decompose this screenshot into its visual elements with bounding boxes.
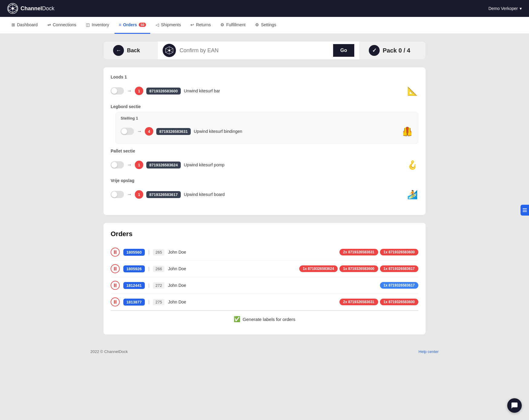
sub-section-stelling1: Stelling 1 → 4 8719326583631 Upwind kite… — [115, 112, 418, 144]
item-name: Unwind kitesurf bar — [184, 88, 403, 93]
svg-line-14 — [170, 51, 173, 53]
item-row: → 4 8719326583631 Upwind kitesurf bindin… — [121, 123, 413, 140]
svg-line-15 — [166, 51, 168, 53]
shipments-icon: ◁ — [156, 22, 159, 27]
user-name: Demo Verkoper — [488, 6, 518, 11]
order-customer: John Doe — [168, 283, 376, 288]
go-button[interactable]: Go — [333, 44, 354, 57]
orders-card: Orders 1805560 | 265 John Doe 2x 8719326… — [103, 223, 426, 335]
toggle-legbord-item1[interactable] — [121, 128, 134, 135]
order-tags: 1x 8719326583617 — [380, 282, 418, 289]
order-row-1813877: 1813877 | 275 John Doe 2x 8719326583631 … — [111, 294, 418, 310]
location-label-loods1: Loods 1 — [111, 75, 418, 79]
order-tag: 1x 8719326583600 — [380, 249, 418, 255]
nav-label-dashboard: Dashboard — [17, 22, 38, 27]
nav-item-fulfillment[interactable]: ⚙ Fulfillment — [216, 17, 250, 34]
pack-check-icon: ✓ — [369, 45, 380, 56]
user-menu[interactable]: Demo Verkoper ▾ — [488, 6, 522, 11]
item-row: → 1 8719326583617 Upwind kitesurf board … — [111, 186, 418, 203]
nav-item-orders[interactable]: ≡ Orders 50 — [115, 17, 150, 34]
order-tag: 2x 8719326583631 — [339, 299, 378, 305]
pause-icon — [111, 264, 120, 273]
back-circle-icon: ← — [113, 45, 124, 56]
order-customer: John Doe — [168, 300, 336, 304]
order-tag: 1x 8719326583600 — [380, 299, 418, 305]
order-separator: | — [148, 300, 150, 304]
order-separator: | — [148, 250, 150, 255]
sidebar-handle[interactable] — [521, 205, 529, 216]
order-separator: | — [148, 283, 150, 288]
toggle-pallet-item1[interactable] — [111, 161, 124, 168]
footer: 2022 © ChannelDock Help center — [83, 342, 446, 361]
chat-button[interactable] — [507, 398, 522, 413]
inventory-icon: ◫ — [86, 22, 90, 27]
count-badge: 4 — [145, 127, 153, 136]
count-badge: 1 — [135, 87, 143, 95]
footer-help[interactable]: Help center — [419, 349, 439, 354]
arrow-icon: → — [127, 192, 132, 197]
pause-icon — [111, 281, 120, 290]
ean-input[interactable] — [180, 47, 329, 54]
order-id-badge: 1805926 — [123, 265, 145, 272]
ean-section: Go — [158, 41, 359, 59]
order-sub-id: 266 — [153, 266, 164, 272]
pause-icon — [111, 297, 120, 306]
nav-label-settings: Settings — [261, 22, 276, 27]
item-icon: 📐 — [406, 85, 418, 97]
item-row: → 1 8719326583624 Upwind kitesurf pomp 🪝 — [111, 156, 418, 173]
back-button[interactable]: ← Back — [103, 41, 158, 59]
order-sub-id: 272 — [153, 282, 164, 289]
nav-item-dashboard[interactable]: ⊞ Dashboard — [7, 17, 42, 34]
order-tag: 1x 8719326583617 — [380, 265, 418, 272]
ean-logo — [163, 44, 176, 57]
connections-icon: ⇌ — [47, 22, 51, 27]
pack-section: ✓ Pack 0 / 4 — [359, 41, 426, 59]
count-badge: 1 — [135, 190, 143, 199]
nav-item-settings[interactable]: ⚙ Settings — [251, 17, 281, 34]
sections-card: Loods 1 → 1 8719326583600 Unwind kitesur… — [103, 67, 426, 215]
toggle-loods1-item1[interactable] — [111, 87, 124, 95]
check-circle-icon: ✅ — [234, 316, 240, 322]
menu-line-1 — [523, 208, 527, 209]
order-tags: 2x 8719326583631 1x 8719326583600 — [339, 249, 418, 255]
order-row-1805560: 1805560 | 265 John Doe 2x 8719326583631 … — [111, 244, 418, 261]
main-content: ← Back Go ✓ Pack 0 / 4 — [98, 34, 431, 342]
nav-label-inventory: Inventory — [92, 22, 109, 27]
order-separator: | — [148, 266, 150, 271]
menu-line-3 — [523, 211, 527, 212]
nav-item-returns[interactable]: ↩ Returns — [186, 17, 215, 34]
svg-line-6 — [14, 9, 17, 10]
nav-bar: ⊞ Dashboard ⇌ Connections ◫ Inventory ≡ … — [0, 17, 529, 34]
footer-copyright: 2022 © ChannelDock — [90, 349, 128, 354]
order-id-badge: 1812441 — [123, 282, 145, 289]
order-row-1812441: 1812441 | 272 John Doe 1x 8719326583617 — [111, 277, 418, 294]
orders-title: Orders — [111, 230, 418, 238]
action-bar: ← Back Go ✓ Pack 0 / 4 — [103, 41, 426, 60]
order-tag: 1x 8719326583624 — [299, 265, 338, 272]
item-name: Upwind kitesurf pomp — [184, 162, 403, 167]
generate-labels-section[interactable]: ✅ Generate labels for orders — [111, 311, 418, 327]
order-id-badge: 1813877 — [123, 299, 145, 306]
fulfillment-icon: ⚙ — [220, 22, 224, 27]
item-icon: 🏄 — [406, 188, 418, 200]
order-tag: 1x 8719326583600 — [339, 265, 378, 272]
order-tags: 2x 8719326583631 1x 8719326583600 — [339, 299, 418, 305]
chat-icon — [511, 402, 518, 409]
nav-item-shipments[interactable]: ◁ Shipments — [151, 17, 185, 34]
nav-label-returns: Returns — [196, 22, 211, 27]
ean-badge: 8719326583631 — [156, 128, 191, 135]
toggle-vrije-item1[interactable] — [111, 191, 124, 198]
orders-badge: 50 — [139, 23, 146, 27]
ean-badge: 8719326583624 — [146, 162, 181, 168]
settings-icon: ⚙ — [255, 22, 259, 27]
location-label-vrije: Vrije opslag — [111, 178, 418, 183]
svg-line-13 — [166, 49, 168, 50]
ean-badge: 8719326583600 — [146, 88, 181, 95]
nav-item-inventory[interactable]: ◫ Inventory — [82, 17, 113, 34]
order-id-badge: 1805560 — [123, 249, 145, 256]
nav-label-shipments: Shipments — [161, 22, 181, 27]
svg-point-10 — [168, 50, 170, 51]
order-sub-id: 265 — [153, 249, 164, 255]
arrow-icon: → — [137, 129, 142, 134]
nav-item-connections[interactable]: ⇌ Connections — [43, 17, 81, 34]
